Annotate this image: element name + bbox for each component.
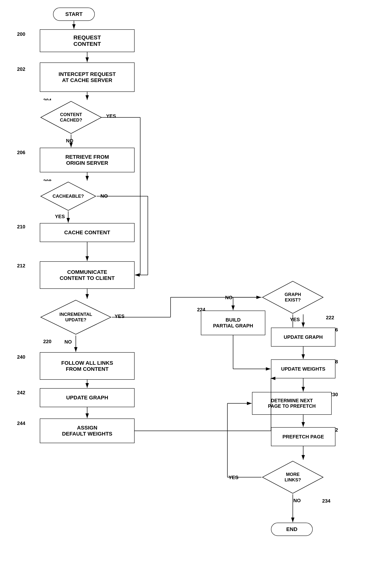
communicate-label: COMMUNICATE CONTENT TO CLIENT: [60, 269, 115, 281]
no-graph-exist: NO: [225, 295, 233, 300]
process-prefetch: PREFETCH PAGE: [271, 427, 336, 446]
update-graph-right-label: UPDATE GRAPH: [284, 334, 323, 340]
yes-incremental: YES: [115, 313, 125, 319]
decision-more-links: MORELINKS?: [261, 460, 324, 494]
process-update-weights: UPDATE WEIGHTS: [271, 359, 336, 378]
flowchart-diagram: START 200 REQUEST CONTENT 202 INTERCEPT …: [0, 0, 390, 588]
ref-200: 200: [17, 31, 25, 37]
process-determine-next: DETERMINE NEXT PAGE TO PREFETCH: [252, 392, 332, 415]
process-cache-content: CACHE CONTENT: [40, 223, 135, 242]
cache-content-label: CACHE CONTENT: [64, 230, 110, 236]
no-more-links: NO: [293, 498, 301, 504]
no-incremental: NO: [64, 339, 72, 345]
ref-206: 206: [17, 150, 25, 156]
ref-210: 210: [17, 224, 25, 230]
retrieve-label: RETRIEVE FROM ORIGIN SERVER: [65, 154, 109, 166]
follow-links-label: FOLLOW ALL LINKS FROM CONTENT: [61, 360, 113, 372]
content-cached-label: CONTENTCACHED?: [60, 112, 82, 123]
incremental-update-label: INCREMENTALUPDATE?: [59, 312, 92, 323]
process-update-graph-right: UPDATE GRAPH: [271, 328, 336, 346]
process-update-graph-left: UPDATE GRAPH: [40, 388, 135, 407]
request-content-label: REQUEST CONTENT: [73, 34, 101, 47]
ref-222: 222: [326, 315, 334, 321]
update-weights-label: UPDATE WEIGHTS: [281, 366, 325, 372]
update-graph-left-label: UPDATE GRAPH: [66, 395, 108, 401]
more-links-label: MORELINKS?: [285, 472, 301, 483]
yes-cached: YES: [106, 113, 116, 119]
ref-212: 212: [17, 263, 25, 269]
decision-graph-exist: GRAPHEXIST?: [261, 280, 324, 314]
process-assign-weights: ASSIGN DEFAULT WEIGHTS: [40, 419, 135, 443]
graph-exist-label: GRAPHEXIST?: [285, 292, 301, 303]
no-cached: NO: [66, 138, 73, 144]
yes-more-links: YES: [229, 475, 238, 480]
decision-content-cached: CONTENTCACHED?: [40, 100, 102, 134]
cacheable-label: CACHEABLE?: [52, 194, 84, 199]
build-partial-label: BUILD PARTIAL GRAPH: [213, 317, 253, 329]
decision-cacheable: CACHEABLE?: [40, 181, 97, 211]
ref-242: 242: [17, 390, 25, 396]
ref-220: 220: [43, 338, 51, 344]
process-request-content: REQUEST CONTENT: [40, 29, 135, 52]
process-follow-links: FOLLOW ALL LINKS FROM CONTENT: [40, 352, 135, 380]
no-cacheable: NO: [100, 193, 108, 199]
yes-cacheable: YES: [55, 214, 65, 219]
yes-graph-exist: YES: [290, 317, 300, 323]
ref-202: 202: [17, 66, 25, 72]
end-label: END: [286, 526, 297, 532]
process-retrieve: RETRIEVE FROM ORIGIN SERVER: [40, 148, 135, 172]
intercept-label: INTERCEPT REQUEST AT CACHE SERVER: [58, 71, 116, 83]
determine-next-label: DETERMINE NEXT PAGE TO PREFETCH: [268, 398, 316, 409]
process-communicate: COMMUNICATE CONTENT TO CLIENT: [40, 261, 135, 289]
start-label: START: [65, 11, 82, 17]
process-intercept: INTERCEPT REQUEST AT CACHE SERVER: [40, 62, 135, 92]
ref-234: 234: [322, 498, 330, 504]
ref-244: 244: [17, 420, 25, 426]
assign-weights-label: ASSIGN DEFAULT WEIGHTS: [62, 425, 112, 437]
ref-240: 240: [17, 354, 25, 360]
end-terminal: END: [271, 523, 313, 536]
prefetch-label: PREFETCH PAGE: [282, 434, 324, 440]
process-build-partial: BUILD PARTIAL GRAPH: [201, 311, 265, 335]
start-terminal: START: [53, 7, 95, 21]
decision-incremental: INCREMENTALUPDATE?: [40, 299, 112, 335]
